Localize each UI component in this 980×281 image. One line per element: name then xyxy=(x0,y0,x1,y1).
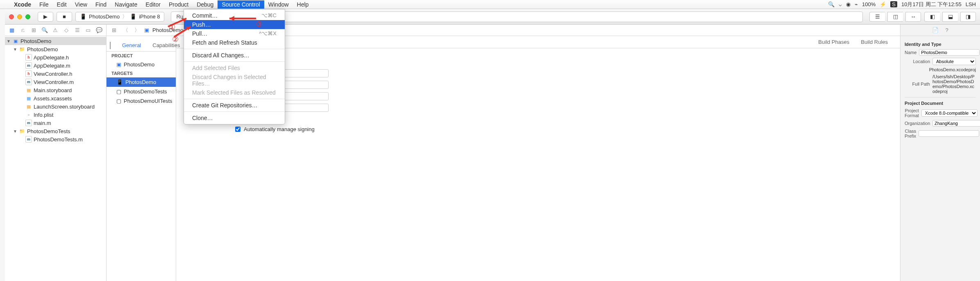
bluetooth-icon[interactable]: ⌁ xyxy=(855,1,858,7)
location-select[interactable]: Absolute xyxy=(932,58,976,65)
menu-debug[interactable]: Debug xyxy=(193,0,218,9)
menu-item: Discard Changes in Selected Files… xyxy=(184,73,285,88)
file-inspector-tab[interactable]: 📄 xyxy=(932,27,939,33)
user-name[interactable]: LSH xyxy=(966,1,976,7)
layout-toggle-icon[interactable] xyxy=(110,42,111,49)
tree-item[interactable]: ▫Info.plist xyxy=(5,111,106,119)
project-item[interactable]: ▣ PhotosDemo xyxy=(107,60,176,69)
tree-project-root[interactable]: ▼ ▣ PhotosDemo xyxy=(5,37,106,45)
menu-item[interactable]: Discard All Changes… xyxy=(184,51,285,60)
breakpoint-navigator-tab[interactable]: ▭ xyxy=(84,26,92,34)
file-icon: h xyxy=(25,54,32,61)
menu-window[interactable]: Window xyxy=(264,0,293,9)
target-item[interactable]: ▢ PhotosDemoTests xyxy=(107,87,176,96)
test-navigator-tab[interactable]: ◇ xyxy=(62,26,70,34)
zoom-button[interactable] xyxy=(25,14,30,19)
tree-item[interactable]: hViewController.h xyxy=(5,70,106,78)
debug-navigator-tab[interactable]: ☰ xyxy=(73,26,82,34)
traffic-lights xyxy=(9,14,30,19)
project-doc-heading: Project Document xyxy=(905,101,976,106)
prefix-field[interactable] xyxy=(919,130,979,137)
menu-item[interactable]: Create Git Repositories… xyxy=(184,101,285,110)
format-select[interactable]: Xcode 8.0-compatible xyxy=(921,109,978,117)
menu-editor[interactable]: Editor xyxy=(141,0,165,9)
tab-general[interactable]: General xyxy=(122,42,141,48)
tree-item-label: PhotosDemo xyxy=(20,38,51,44)
menu-file[interactable]: File xyxy=(35,0,53,9)
menu-item[interactable]: Push… xyxy=(184,20,285,29)
battery-icon[interactable]: ⚡ xyxy=(880,1,886,7)
menu-source-control[interactable]: Source Control xyxy=(218,0,264,9)
menu-navigate[interactable]: Navigate xyxy=(111,0,141,9)
toggle-navigator-button[interactable]: ◧ xyxy=(924,12,940,22)
project-tree: ▼ ▣ PhotosDemo ▼📁PhotosDemohAppDelegate.… xyxy=(5,36,106,281)
tree-item-label: ViewController.m xyxy=(34,79,74,85)
menu-help[interactable]: Help xyxy=(293,0,313,9)
menu-item[interactable]: Fetch and Refresh Status xyxy=(184,38,285,47)
close-button[interactable] xyxy=(9,14,14,19)
jump-bar-path[interactable]: PhotosDemo xyxy=(152,27,183,33)
tree-item[interactable]: mmain.m xyxy=(5,119,106,127)
tree-item[interactable]: hAppDelegate.h xyxy=(5,53,106,61)
signing-section[interactable]: ▼Signing xyxy=(186,115,890,121)
standard-editor-button[interactable]: ☰ xyxy=(869,12,885,22)
identity-section[interactable]: ▼Ident xyxy=(186,58,890,64)
target-item[interactable]: 📱 PhotosDemo xyxy=(107,77,176,87)
menu-product[interactable]: Product xyxy=(165,0,193,9)
forward-button[interactable]: 〉 xyxy=(133,26,141,34)
assistant-editor-button[interactable]: ◫ xyxy=(887,12,903,22)
tree-item[interactable]: mAppDelegate.m xyxy=(5,61,106,70)
tree-item[interactable]: ▦Assets.xcassets xyxy=(5,94,106,102)
menu-find[interactable]: Find xyxy=(91,0,111,9)
tree-item[interactable]: ▼📁PhotosDemo xyxy=(5,45,106,53)
menu-edit[interactable]: Edit xyxy=(53,0,71,9)
siri-icon[interactable]: ◉ xyxy=(846,1,851,7)
tree-item-label: LaunchScreen.storyboard xyxy=(34,104,95,110)
fullpath-value: /Users/lsh/Desktop/PhotosDemo/PhotosDemo… xyxy=(932,74,976,94)
tree-item[interactable]: ▦Main.storyboard xyxy=(5,86,106,94)
menu-item[interactable]: Commit…⌥⌘C xyxy=(184,11,285,20)
tab-build-phases[interactable]: Build Phases xyxy=(818,39,849,45)
auto-sign-checkbox[interactable] xyxy=(235,127,240,132)
scheme-selector[interactable]: 📱 PhotosDemo 〉 📱 iPhone 8 xyxy=(75,12,164,22)
input-source[interactable]: S xyxy=(890,1,897,7)
issue-navigator-tab[interactable]: ⚠ xyxy=(51,26,59,34)
tree-item[interactable]: ▼📁PhotosDemoTests xyxy=(5,127,106,135)
app-target-icon: 📱 xyxy=(116,79,123,85)
navigator-tabs: ▦ ⎌ ⊞ 🔍 ⚠ ◇ ☰ ▭ 💬 xyxy=(5,25,106,36)
menu-app[interactable]: Xcode xyxy=(10,0,35,9)
search-icon[interactable]: 🔍 xyxy=(828,1,835,7)
project-navigator-tab[interactable]: ▦ xyxy=(8,26,16,34)
run-button[interactable]: ▶ xyxy=(38,12,53,22)
related-items-icon[interactable]: ⊞ xyxy=(110,26,118,34)
stop-button[interactable]: ■ xyxy=(57,12,72,22)
tree-item-label: PhotosDemo xyxy=(27,46,58,52)
back-button[interactable]: 〈 xyxy=(121,26,129,34)
menu-view[interactable]: View xyxy=(71,0,91,9)
help-inspector-tab[interactable]: ? xyxy=(945,27,948,33)
target-item[interactable]: ▢ PhotosDemoUITests xyxy=(107,96,176,106)
name-field[interactable] xyxy=(919,49,980,56)
source-control-navigator-tab[interactable]: ⎌ xyxy=(19,26,27,34)
disclosure-icon[interactable]: ▼ xyxy=(13,129,17,134)
datetime[interactable]: 10月17日 周二 下午12:55 xyxy=(901,1,962,8)
disclosure-icon[interactable]: ▼ xyxy=(7,39,11,43)
find-navigator-tab[interactable]: 🔍 xyxy=(41,26,49,34)
tree-item[interactable]: ▦LaunchScreen.storyboard xyxy=(5,102,106,111)
menu-item[interactable]: Pull…^⌥⌘X xyxy=(184,29,285,38)
tree-item-label: main.m xyxy=(34,120,51,126)
menu-item[interactable]: Clone… xyxy=(184,113,285,122)
disclosure-icon[interactable]: ▼ xyxy=(13,47,17,52)
tab-build-rules[interactable]: Build Rules xyxy=(861,39,888,45)
tree-item[interactable]: mPhotosDemoTests.m xyxy=(5,135,106,143)
tree-item[interactable]: mViewController.m xyxy=(5,78,106,86)
targets-section-label: TARGETS xyxy=(107,69,176,77)
wifi-icon[interactable]: ⌵ xyxy=(839,1,842,7)
toggle-inspector-button[interactable]: ◨ xyxy=(960,12,976,22)
toggle-debug-area-button[interactable]: ⬓ xyxy=(942,12,958,22)
org-field[interactable] xyxy=(932,120,980,127)
symbol-navigator-tab[interactable]: ⊞ xyxy=(29,26,38,34)
version-editor-button[interactable]: ↔ xyxy=(905,12,921,22)
minimize-button[interactable] xyxy=(17,14,22,19)
report-navigator-tab[interactable]: 💬 xyxy=(95,26,103,34)
